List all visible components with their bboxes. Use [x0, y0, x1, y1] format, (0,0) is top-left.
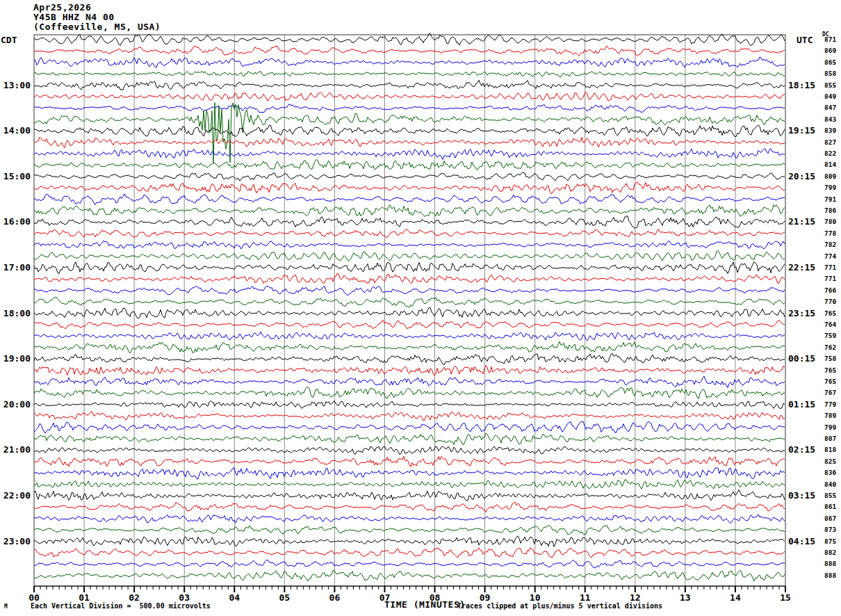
cdt-time-label: 23:00 — [3, 536, 31, 546]
dc-value: 869 — [824, 47, 836, 54]
utc-time-label: 20:15 — [788, 171, 815, 181]
trace-row-19-blue — [34, 241, 785, 249]
utc-time-label: 02:15 — [788, 444, 815, 455]
trace-row-46-red — [34, 548, 785, 558]
cdt-time-label: 16:00 — [3, 216, 31, 227]
x-tick-label: 15 — [780, 592, 791, 603]
dc-value: 814 — [824, 161, 836, 168]
trace-row-10-red — [34, 137, 785, 147]
dc-value: 882 — [824, 549, 836, 556]
trace-row-2-red — [34, 46, 785, 56]
cdt-time-label: 18:00 — [3, 308, 31, 318]
dc-value: 843 — [824, 115, 836, 123]
x-tick-label: 14 — [730, 592, 741, 603]
cdt-time-label: 17:00 — [3, 262, 31, 273]
trace-row-16-green — [34, 205, 785, 217]
dc-value: 764 — [824, 321, 836, 328]
dc-value: 809 — [824, 172, 836, 180]
dc-value: 799 — [824, 423, 836, 431]
trace-row-20-green — [34, 250, 785, 261]
cdt-time-label: 19:00 — [3, 353, 31, 364]
trace-row-9-black — [34, 125, 785, 137]
dc-value: 827 — [824, 138, 836, 146]
utc-time-label: 04:15 — [788, 536, 815, 546]
utc-time-label: 23:15 — [788, 308, 815, 318]
dc-value: 840 — [824, 480, 836, 488]
trace-row-13-black — [34, 172, 785, 181]
trace-row-23-blue — [34, 286, 785, 295]
dc-value: 865 — [824, 58, 836, 66]
trace-row-28-green — [34, 341, 785, 353]
trace-row-30-red — [34, 366, 785, 376]
trace-row-4-green — [34, 71, 785, 76]
utc-time-label: 19:15 — [788, 125, 815, 136]
trace-row-34-red — [34, 412, 785, 421]
trace-row-35-blue — [34, 421, 785, 433]
trace-row-32-green — [34, 387, 785, 399]
dc-value: 758 — [824, 355, 836, 362]
cdt-time-label: 13:00 — [3, 80, 31, 90]
dc-value: 858 — [824, 70, 836, 77]
utc-time-label: 21:15 — [788, 216, 815, 227]
x-tick-label: 03 — [179, 592, 190, 603]
helicorder-plot[interactable]: 0001020304050607080910111213141587186986… — [0, 0, 841, 616]
trace-row-26-red — [34, 321, 785, 329]
cdt-time-label: 14:00 — [3, 125, 31, 136]
trace-row-24-green — [34, 297, 785, 307]
dc-value: 771 — [824, 275, 836, 282]
dc-value: 770 — [824, 298, 836, 305]
trace-row-12-green — [34, 160, 785, 170]
x-tick-label: 11 — [580, 592, 591, 603]
trace-row-27-blue — [34, 332, 785, 341]
trace-row-33-black — [34, 400, 785, 408]
cdt-time-label: 21:00 — [3, 444, 31, 455]
trace-row-31-blue — [34, 376, 785, 387]
trace-row-43-blue — [34, 514, 785, 524]
dc-value: 818 — [824, 446, 836, 453]
dc-value: 786 — [824, 206, 836, 214]
dc-value: 791 — [824, 195, 836, 203]
dc-value: 782 — [824, 241, 836, 248]
webicorder-page: { "title": { "date": "Apr25,2026", "stat… — [0, 0, 841, 616]
footer-clip-note: Traces clipped at plus/minus 5 vertical … — [457, 602, 662, 610]
dc-value: 871 — [824, 35, 836, 43]
dc-value: 875 — [824, 537, 836, 545]
trace-row-3-blue — [34, 57, 785, 67]
x-tick-label: 01 — [79, 592, 90, 603]
corner-mark: M — [4, 603, 8, 610]
dc-value: 849 — [824, 92, 836, 100]
dc-value: 825 — [824, 457, 836, 465]
dc-value: 847 — [824, 104, 836, 111]
trace-row-42-red — [34, 502, 785, 512]
trace-row-21-black — [34, 262, 785, 274]
trace-row-29-black — [34, 353, 785, 364]
dc-value: 766 — [824, 286, 836, 294]
x-tick-label: 13 — [680, 592, 691, 603]
trace-row-18-red — [34, 229, 785, 238]
x-tick-label: 00 — [28, 592, 40, 603]
dc-value: 888 — [824, 572, 836, 579]
x-tick-label: 02 — [129, 592, 140, 603]
dc-value: 774 — [824, 252, 836, 260]
dc-value: 888 — [824, 560, 836, 567]
trace-row-37-black — [34, 446, 785, 455]
dc-value: 780 — [824, 218, 836, 225]
utc-time-label: 00:15 — [788, 353, 815, 364]
utc-time-label: 03:15 — [788, 490, 815, 501]
x-tick-label: 10 — [530, 592, 541, 603]
dc-value: 807 — [824, 435, 836, 442]
trace-row-1-black — [34, 34, 785, 46]
trace-row-36-green — [34, 433, 785, 444]
trace-row-41-black — [34, 490, 785, 501]
dc-value: 822 — [824, 149, 836, 157]
dc-value: 836 — [824, 469, 836, 476]
utc-time-label: 01:15 — [788, 399, 815, 410]
dc-value: 839 — [824, 127, 836, 134]
trace-row-47-blue — [34, 560, 785, 568]
trace-row-48-green — [34, 570, 785, 581]
dc-value: 799 — [824, 184, 836, 191]
footer-scale-note: Each Vertical Division = 500.00 microvol… — [31, 602, 211, 610]
trace-row-11-blue — [34, 149, 785, 160]
trace-row-39-blue — [34, 468, 785, 479]
x-tick-label: 06 — [329, 592, 341, 603]
